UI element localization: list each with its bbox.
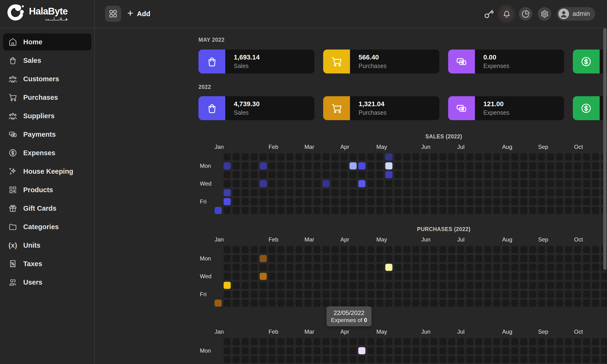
heatmap-cell[interactable]	[538, 207, 545, 214]
heatmap-cell[interactable]	[529, 273, 536, 280]
heatmap-cell[interactable]	[349, 255, 356, 262]
apps-grid-button[interactable]	[105, 6, 121, 22]
heatmap-cell[interactable]	[233, 273, 240, 280]
heatmap-cell[interactable]	[295, 282, 303, 289]
heatmap-cell[interactable]	[493, 180, 500, 187]
heatmap-cell[interactable]	[304, 171, 312, 178]
heatmap-cell[interactable]	[430, 180, 437, 187]
sidebar-item-taxes[interactable]: Taxes	[3, 255, 91, 272]
heatmap-cell[interactable]	[565, 291, 572, 298]
heatmap-cell[interactable]	[224, 207, 231, 214]
heatmap-cell[interactable]	[385, 180, 392, 187]
heatmap-cell[interactable]	[376, 153, 383, 160]
heatmap-cell[interactable]	[277, 347, 285, 354]
heatmap-cell[interactable]	[448, 299, 455, 307]
heatmap-cell[interactable]	[547, 347, 554, 354]
heatmap-cell[interactable]	[295, 299, 303, 307]
heatmap-cell[interactable]	[529, 291, 536, 298]
heatmap-cell[interactable]	[260, 282, 267, 289]
heatmap-cell[interactable]	[341, 189, 348, 196]
heatmap-cell[interactable]	[565, 153, 572, 160]
heatmap-cell[interactable]	[251, 273, 258, 280]
heatmap-cell[interactable]	[224, 338, 231, 345]
heatmap-cell[interactable]	[224, 153, 231, 160]
heatmap-cell[interactable]	[403, 198, 410, 205]
heatmap-cell[interactable]	[466, 255, 473, 262]
heatmap-cell[interactable]	[367, 273, 374, 280]
heatmap-cell[interactable]	[394, 291, 401, 298]
heatmap-cell[interactable]	[502, 153, 509, 160]
heatmap-cell[interactable]	[286, 153, 293, 160]
heatmap-cell[interactable]	[224, 347, 231, 354]
heatmap-cell[interactable]	[520, 347, 527, 354]
heatmap-cell[interactable]	[583, 264, 590, 271]
heatmap-cell[interactable]	[341, 347, 348, 354]
heatmap-cell[interactable]	[403, 255, 410, 262]
heatmap-cell[interactable]	[331, 198, 339, 205]
heatmap-cell[interactable]	[314, 198, 321, 205]
heatmap-cell[interactable]	[224, 162, 231, 169]
heatmap-cell[interactable]	[251, 162, 258, 169]
heatmap-cell[interactable]	[358, 356, 365, 363]
heatmap-cell[interactable]	[466, 171, 473, 178]
heatmap-cell[interactable]	[385, 291, 392, 298]
heatmap-cell[interactable]	[439, 162, 447, 169]
heatmap-cell[interactable]	[547, 338, 554, 345]
heatmap-cell[interactable]	[583, 356, 590, 363]
heatmap-cell[interactable]	[295, 273, 303, 280]
heatmap-cell[interactable]	[304, 153, 312, 160]
heatmap-cell[interactable]	[583, 338, 590, 345]
heatmap-cell[interactable]	[520, 189, 527, 196]
heatmap-cell[interactable]	[511, 246, 518, 253]
heatmap-cell[interactable]	[412, 299, 420, 307]
heatmap-cell[interactable]	[592, 291, 599, 298]
heatmap-cell[interactable]	[367, 189, 374, 196]
heatmap-cell[interactable]	[574, 180, 581, 187]
heatmap-cell[interactable]	[304, 207, 312, 214]
heatmap-cell[interactable]	[304, 198, 312, 205]
heatmap-cell[interactable]	[295, 180, 303, 187]
heatmap-cell[interactable]	[511, 291, 518, 298]
heatmap-cell[interactable]	[511, 171, 518, 178]
heatmap-cell[interactable]	[448, 198, 455, 205]
heatmap-cell[interactable]	[448, 338, 455, 345]
heatmap-cell[interactable]	[520, 356, 527, 363]
heatmap-cell[interactable]	[430, 189, 437, 196]
heatmap-cell[interactable]	[394, 198, 401, 205]
heatmap-cell[interactable]	[403, 356, 410, 363]
heatmap-cell[interactable]	[466, 153, 473, 160]
heatmap-cell[interactable]	[403, 299, 410, 307]
heatmap-cell[interactable]	[286, 198, 293, 205]
heatmap-cell[interactable]	[538, 356, 545, 363]
heatmap-cell[interactable]	[224, 291, 231, 298]
heatmap-cell[interactable]	[331, 282, 339, 289]
heatmap-cell[interactable]	[322, 255, 330, 262]
heatmap-cell[interactable]	[520, 180, 527, 187]
heatmap-cell[interactable]	[583, 299, 590, 307]
heatmap-cell[interactable]	[484, 246, 491, 253]
heatmap-cell[interactable]	[493, 246, 500, 253]
heatmap-cell[interactable]	[592, 153, 599, 160]
heatmap-cell[interactable]	[376, 356, 383, 363]
heatmap-cell[interactable]	[439, 347, 447, 354]
heatmap-cell[interactable]	[268, 356, 276, 363]
heatmap-cell[interactable]	[260, 356, 267, 363]
heatmap-cell[interactable]	[520, 338, 527, 345]
heatmap-cell[interactable]	[376, 264, 383, 271]
heatmap-cell[interactable]	[475, 264, 482, 271]
heatmap-cell[interactable]	[304, 291, 312, 298]
heatmap-cell[interactable]	[394, 273, 401, 280]
heatmap-cell[interactable]	[520, 153, 527, 160]
heatmap-cell[interactable]	[358, 273, 365, 280]
heatmap-cell[interactable]	[233, 347, 240, 354]
heatmap-cell[interactable]	[493, 189, 500, 196]
heatmap-cell[interactable]	[233, 162, 240, 169]
heatmap-cell[interactable]	[538, 189, 545, 196]
heatmap-cell[interactable]	[565, 273, 572, 280]
heatmap-cell[interactable]	[260, 246, 267, 253]
heatmap-cell[interactable]	[547, 189, 554, 196]
heatmap-cell[interactable]	[314, 291, 321, 298]
heatmap-cell[interactable]	[475, 356, 482, 363]
heatmap-cell[interactable]	[592, 273, 599, 280]
heatmap-cell[interactable]	[260, 299, 267, 307]
